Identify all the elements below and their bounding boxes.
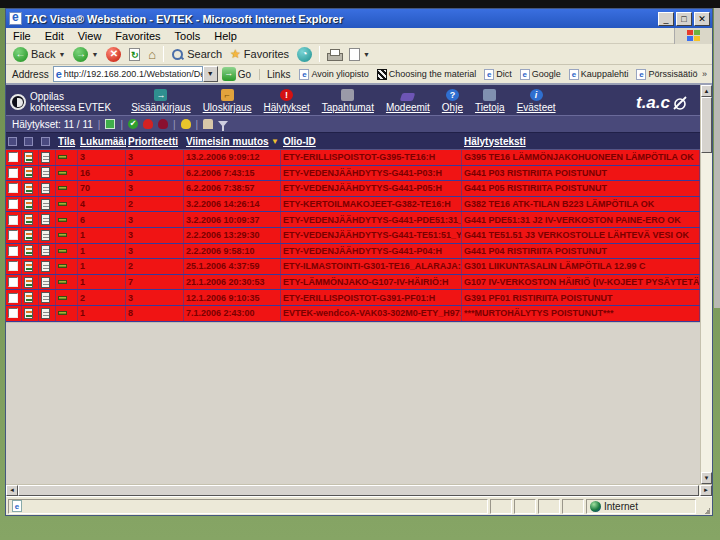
dark-alarm-icon[interactable] xyxy=(158,119,168,129)
red-alarm-icon[interactable] xyxy=(143,119,153,129)
table-row[interactable]: 1 7 21.1.2006 20:30:53 ETY-LÄMMÖNJAKO-G1… xyxy=(6,275,700,291)
alarm-note-icon[interactable] xyxy=(41,277,50,288)
vertical-scroll-thumb[interactable] xyxy=(701,97,712,153)
header-ack-icon[interactable] xyxy=(24,137,33,146)
acknowledge-icon[interactable] xyxy=(24,199,33,210)
row-checkbox[interactable] xyxy=(8,246,18,256)
nav-item-evästeet[interactable]: i Evästeet xyxy=(517,89,556,113)
edit-button[interactable]: ▼ xyxy=(345,45,374,64)
alarm-note-icon[interactable] xyxy=(41,261,50,272)
table-row[interactable]: 6 3 3.2.2006 10:09:37 ETY-VEDENJÄÄHDYTYS… xyxy=(6,212,700,228)
links-bar-link[interactable]: e Dict xyxy=(480,69,516,80)
home-button[interactable]: ⌂ xyxy=(144,45,160,64)
minimize-button[interactable]: _ xyxy=(658,12,674,26)
scroll-left-icon[interactable]: ◄ xyxy=(6,485,18,496)
header-changed[interactable]: Viimeisin muutos ▼ xyxy=(184,136,281,147)
row-checkbox[interactable] xyxy=(8,277,18,287)
alarm-object-id[interactable]: EVTEK-wendcoA-VAK03-302M0-ETY_H971.R001:… xyxy=(281,306,462,321)
back-button[interactable]: ← Back ▼ xyxy=(9,45,69,64)
menu-help[interactable]: Help xyxy=(207,29,244,43)
header-object-id[interactable]: Olio-ID xyxy=(281,136,462,147)
acknowledge-icon[interactable] xyxy=(24,167,33,178)
header-checkbox-icon[interactable] xyxy=(8,137,17,146)
alarm-object-id[interactable]: ETY-ERILLISPOISTOT-G395-TE16:H xyxy=(281,150,462,165)
alarm-note-icon[interactable] xyxy=(41,152,50,163)
header-count[interactable]: Lukumäärä xyxy=(78,136,126,147)
address-dropdown-icon[interactable]: ▼ xyxy=(203,66,218,82)
address-input[interactable]: e http://192.168.200.1/Webstation/Defaul… xyxy=(53,66,203,82)
table-row[interactable]: 2 3 12.1.2006 9:10:35 ETY-ERILLISPOISTOT… xyxy=(6,290,700,306)
acknowledge-icon[interactable] xyxy=(24,308,33,319)
resize-grip[interactable] xyxy=(698,499,710,514)
menu-tools[interactable]: Tools xyxy=(168,29,208,43)
alarm-note-icon[interactable] xyxy=(41,308,50,319)
table-row[interactable]: 1 3 2.2.2006 13:29:30 ETY-VEDENJÄÄHDYTYS… xyxy=(6,228,700,244)
nav-item-tapahtumat[interactable]: Tapahtumat xyxy=(322,89,374,113)
acknowledge-icon[interactable] xyxy=(24,277,33,288)
horizontal-scrollbar[interactable]: ◄ ► xyxy=(6,484,712,496)
alarm-object-id[interactable]: ETY-VEDENJÄÄHDYTYS-G441-P03:H xyxy=(281,166,462,181)
links-overflow-chevron[interactable]: » xyxy=(702,69,710,79)
stop-button[interactable]: ✕ xyxy=(102,45,125,64)
acknowledge-icon[interactable] xyxy=(24,292,33,303)
acknowledge-icon[interactable] xyxy=(24,261,33,272)
nav-item-tietoja[interactable]: Tietoja xyxy=(475,89,505,113)
alarm-object-id[interactable]: ETY-LÄMMÖNJAKO-G107-IV-HÄIRIÖ:H xyxy=(281,275,462,290)
table-row[interactable]: 3 3 13.2.2006 9:09:12 ETY-ERILLISPOISTOT… xyxy=(6,150,700,166)
table-row[interactable]: 70 3 6.2.2006 7:38:57 ETY-VEDENJÄÄHDYTYS… xyxy=(6,181,700,197)
table-row[interactable]: 16 3 6.2.2006 7:43:15 ETY-VEDENJÄÄHDYTYS… xyxy=(6,166,700,182)
alarm-note-icon[interactable] xyxy=(41,199,50,210)
alarm-note-icon[interactable] xyxy=(41,183,50,194)
alarm-object-id[interactable]: ETY-VEDENJÄÄHDYTYS-G441-PDE51:31_ALA:H xyxy=(281,212,462,227)
scroll-up-icon[interactable]: ▲ xyxy=(701,85,712,97)
alarm-object-id[interactable]: ETY-ILMASTOINTI-G301-TE16_ALARAJA:H xyxy=(281,259,462,274)
table-row[interactable]: 4 2 3.2.2006 14:26:14 ETY-KERTOILMAKOJEE… xyxy=(6,197,700,213)
acknowledge-icon[interactable] xyxy=(24,230,33,241)
alarm-note-icon[interactable] xyxy=(41,167,50,178)
alarm-note-icon[interactable] xyxy=(41,292,50,303)
row-checkbox[interactable] xyxy=(8,215,18,225)
acknowledge-icon[interactable] xyxy=(24,214,33,225)
close-button[interactable]: ✕ xyxy=(694,12,710,26)
print-button[interactable] xyxy=(323,45,345,64)
alarm-report-icon[interactable] xyxy=(105,119,115,129)
favorites-button[interactable]: ★ Favorites xyxy=(226,45,293,64)
header-alarm-text[interactable]: Hälytysteksti xyxy=(462,136,700,147)
nav-item-uloskirjaus[interactable]: ⌐ Uloskirjaus xyxy=(203,89,252,113)
alarm-note-icon[interactable] xyxy=(41,245,50,256)
alarm-note-icon[interactable] xyxy=(41,214,50,225)
nav-item-sisäänkirjaus[interactable]: → Sisäänkirjaus xyxy=(131,89,190,113)
block-hand-icon[interactable] xyxy=(203,119,213,129)
nav-item-ohje[interactable]: ? Ohje xyxy=(442,89,463,113)
go-button[interactable]: → Go xyxy=(218,67,255,81)
alarm-object-id[interactable]: ETY-VEDENJÄÄHDYTYS-G441-P04:H xyxy=(281,244,462,259)
acknowledge-all-icon[interactable]: ✔ xyxy=(128,119,138,129)
vertical-scrollbar[interactable]: ▲ ▼ xyxy=(700,85,712,484)
alarm-note-icon[interactable] xyxy=(41,230,50,241)
nav-item-modeemit[interactable]: Modeemit xyxy=(386,90,430,113)
table-row[interactable]: 1 2 25.1.2006 4:37:59 ETY-ILMASTOINTI-G3… xyxy=(6,259,700,275)
acknowledge-icon[interactable] xyxy=(24,245,33,256)
links-bar-link[interactable]: e Kauppalehti xyxy=(565,69,633,80)
table-row[interactable]: 1 8 7.1.2006 2:43:00 EVTEK-wendcoA-VAK03… xyxy=(6,306,700,322)
scroll-down-icon[interactable]: ▼ xyxy=(701,472,712,484)
search-button[interactable]: Search xyxy=(167,45,226,64)
alarm-object-id[interactable]: ETY-ERILLISPOISTOT-G391-PF01:H xyxy=(281,290,462,305)
row-checkbox[interactable] xyxy=(8,293,18,303)
acknowledge-icon[interactable] xyxy=(24,152,33,163)
row-checkbox[interactable] xyxy=(8,308,18,318)
forward-button[interactable]: → ▼ xyxy=(69,45,102,64)
acknowledge-icon[interactable] xyxy=(24,183,33,194)
filter-icon[interactable] xyxy=(218,121,228,127)
header-note-icon[interactable] xyxy=(41,137,50,146)
alarm-object-id[interactable]: ETY-VEDENJÄÄHDYTYS-G441-P05:H xyxy=(281,181,462,196)
links-bar-link[interactable]: e Choosing the material xyxy=(373,69,481,80)
menu-view[interactable]: View xyxy=(71,29,109,43)
header-tila[interactable]: Tila xyxy=(56,136,78,147)
vertical-scroll-track[interactable] xyxy=(701,153,712,472)
alarm-object-id[interactable]: ETY-VEDENJÄÄHDYTYS-G441-TE51:51_YLÄ:H xyxy=(281,228,462,243)
menu-edit[interactable]: Edit xyxy=(38,29,71,43)
yellow-alarm-icon[interactable] xyxy=(181,119,191,129)
links-bar-link[interactable]: e Avoin yliopisto xyxy=(295,69,372,80)
links-bar-link[interactable]: e Pörssisäätiö xyxy=(632,69,701,80)
